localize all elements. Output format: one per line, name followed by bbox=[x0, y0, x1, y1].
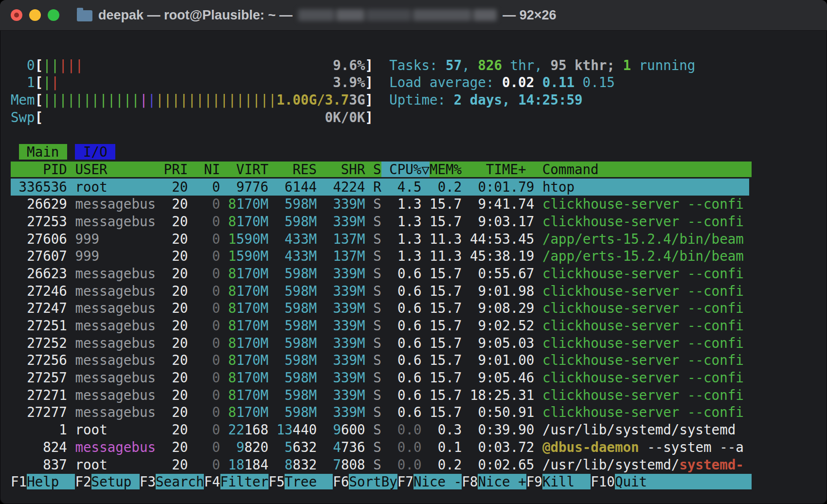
cell-virt: 170M bbox=[236, 352, 269, 368]
zoom-button[interactable] bbox=[48, 9, 59, 21]
text bbox=[422, 266, 430, 281]
fkey-kill[interactable]: F9Kill bbox=[526, 474, 591, 489]
text bbox=[188, 231, 212, 247]
cell-ni: 0 bbox=[212, 457, 220, 472]
process-row-824[interactable]: 824 messagebus 20 0 9820 5632 4736 S 0.0… bbox=[11, 439, 749, 456]
minimize-button[interactable] bbox=[29, 9, 41, 21]
text bbox=[462, 266, 478, 281]
fkey-nice-[interactable]: F8Nice + bbox=[462, 474, 526, 489]
cell-s: S bbox=[373, 352, 381, 368]
text bbox=[156, 196, 172, 212]
fkey-key: F2 bbox=[75, 474, 91, 489]
text bbox=[462, 300, 478, 316]
process-row-336536[interactable]: 336536 root 20 0 9776 6144 4224 R 4.5 0.… bbox=[11, 179, 749, 196]
text bbox=[462, 457, 478, 472]
text bbox=[317, 335, 333, 351]
cell-ni: 0 bbox=[212, 266, 220, 281]
fkey-label: Setup bbox=[91, 474, 140, 489]
cell-shr: 339M bbox=[333, 335, 365, 351]
cell-user: messagebus bbox=[75, 387, 156, 403]
text bbox=[422, 370, 430, 385]
cell-virt: 8 bbox=[228, 266, 236, 281]
text bbox=[422, 422, 438, 437]
tab-main[interactable]: Main bbox=[19, 144, 67, 160]
function-key-bar: F1Help F2Setup F3SearchF4FilterF5Tree F6… bbox=[11, 473, 749, 491]
text bbox=[317, 457, 333, 472]
tab-io[interactable]: I/O bbox=[75, 144, 115, 160]
text bbox=[381, 335, 397, 351]
table-header-right[interactable]: MEM% TIME+ Command bbox=[430, 162, 752, 177]
fkey-tree[interactable]: F5Tree bbox=[269, 474, 333, 489]
meter-label: 1 bbox=[11, 74, 35, 90]
text bbox=[365, 439, 374, 455]
process-row-27251[interactable]: 27251 messagebus 20 0 8170M 598M 339M S … bbox=[11, 317, 749, 335]
cell-res: 8 bbox=[285, 457, 293, 472]
fkey-sortby[interactable]: F6SortBy bbox=[333, 474, 397, 489]
table-header-left[interactable]: PID USER PRI NI VIRT RES SHR S bbox=[11, 162, 381, 177]
fkey-filter[interactable]: F4Filter bbox=[204, 474, 268, 489]
text bbox=[744, 231, 752, 247]
fkey-search[interactable]: F3Search bbox=[140, 474, 204, 489]
cell-s: S bbox=[373, 370, 381, 385]
process-row-27252[interactable]: 27252 messagebus 20 0 8170M 598M 339M S … bbox=[11, 335, 749, 352]
cell-virt: 8 bbox=[228, 283, 236, 299]
cell-pri: 20 bbox=[172, 266, 188, 281]
cpu1-meter-stat: 0.15 bbox=[583, 74, 615, 90]
process-row-26629[interactable]: 26629 messagebus 20 0 8170M 598M 339M S … bbox=[11, 196, 749, 213]
process-row-27256[interactable]: 27256 messagebus 20 0 8170M 598M 339M S … bbox=[11, 352, 749, 369]
process-row-27607[interactable]: 27607 999 20 0 1590M 433M 137M S 1.3 11.… bbox=[11, 248, 749, 265]
sort-column-cpu[interactable]: CPU%▽ bbox=[381, 162, 430, 177]
process-row-26623[interactable]: 26623 messagebus 20 0 8170M 598M 339M S … bbox=[11, 265, 749, 283]
text bbox=[269, 248, 285, 264]
cell-virt: 8 bbox=[228, 370, 236, 385]
cpu0-meter-stat: 95 bbox=[550, 57, 566, 73]
cpu0-meter-stat: 826 bbox=[478, 57, 502, 73]
meter-text: 1.00G/3.7 bbox=[276, 92, 349, 108]
text bbox=[156, 248, 172, 264]
text bbox=[156, 179, 172, 195]
process-row-837[interactable]: 837 root 20 0 18184 8832 7808 S 0.0 0.2 … bbox=[11, 456, 749, 474]
fkey-setup[interactable]: F2Setup bbox=[75, 474, 139, 489]
meter-bars: | bbox=[43, 74, 51, 90]
text bbox=[381, 196, 397, 212]
process-row-27606[interactable]: 27606 999 20 0 1590M 433M 137M S 1.3 11.… bbox=[11, 231, 749, 248]
text bbox=[317, 248, 333, 264]
text bbox=[744, 457, 752, 472]
cpu0-meter: 0[||||| 9.6%] Tasks: 57, 826 thr, 95 kth… bbox=[11, 57, 749, 74]
folder-icon bbox=[77, 10, 92, 21]
text bbox=[365, 318, 374, 333]
process-row-27246[interactable]: 27246 messagebus 20 0 8170M 598M 339M S … bbox=[11, 283, 749, 300]
cell-time: 9:05.46 bbox=[478, 370, 534, 385]
fkey-quit[interactable]: F10Quit bbox=[591, 474, 752, 489]
fkey-help[interactable]: F1Help bbox=[11, 474, 75, 489]
text bbox=[534, 352, 542, 368]
cell-res: 440 bbox=[293, 422, 317, 437]
text bbox=[381, 283, 397, 299]
cell-ni: 0 bbox=[212, 370, 220, 385]
text bbox=[11, 144, 19, 160]
text bbox=[108, 457, 156, 472]
cell-mem: 15.7 bbox=[430, 404, 462, 420]
text bbox=[365, 266, 374, 281]
text bbox=[188, 283, 212, 299]
text bbox=[575, 179, 752, 195]
close-button[interactable] bbox=[11, 9, 22, 21]
cell-user: messagebus bbox=[75, 352, 156, 368]
process-row-1[interactable]: 1 root 20 0 22168 13440 9600 S 0.0 0.3 0… bbox=[11, 421, 749, 439]
text bbox=[188, 179, 212, 195]
cell-s: S bbox=[373, 387, 381, 403]
cell-pri: 20 bbox=[172, 439, 188, 455]
process-row-27257[interactable]: 27257 messagebus 20 0 8170M 598M 339M S … bbox=[11, 369, 749, 387]
text bbox=[11, 404, 27, 420]
text bbox=[744, 266, 752, 281]
cell-pid: 26629 bbox=[27, 196, 67, 212]
process-row-27253[interactable]: 27253 messagebus 20 0 8170M 598M 339M S … bbox=[11, 213, 749, 231]
process-row-27271[interactable]: 27271 messagebus 20 0 8170M 598M 339M S … bbox=[11, 387, 749, 404]
process-row-27277[interactable]: 27277 messagebus 20 0 8170M 598M 339M S … bbox=[11, 404, 749, 421]
text bbox=[365, 335, 374, 351]
cell-cmd: /usr/lib/systemd/systemd bbox=[542, 422, 736, 437]
process-row-27247[interactable]: 27247 messagebus 20 0 8170M 598M 339M S … bbox=[11, 300, 749, 317]
meter-bracket: ] bbox=[365, 57, 374, 73]
fkey-nice-[interactable]: F7Nice - bbox=[397, 474, 462, 489]
text bbox=[220, 300, 229, 316]
